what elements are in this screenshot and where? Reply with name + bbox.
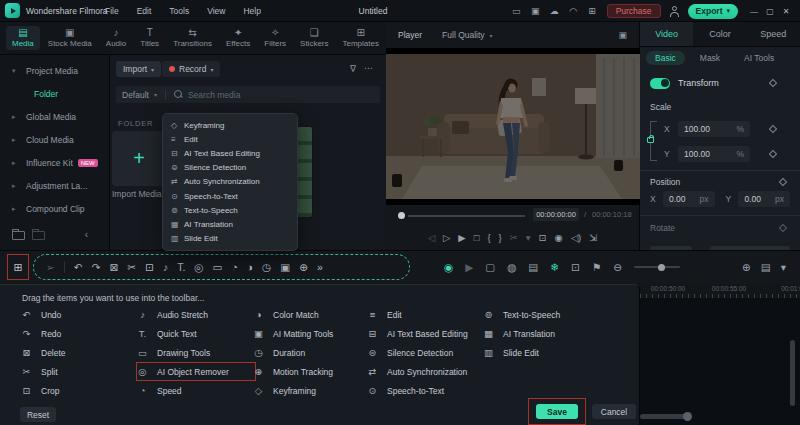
delete-folder-icon[interactable] xyxy=(32,231,45,240)
ai-object-remover-icon[interactable]: ◎ xyxy=(194,261,203,273)
tab-titles[interactable]: T Titles xyxy=(134,26,165,50)
menu-ai-text-based-editing[interactable]: ⊟ AI Text Based Editing xyxy=(163,146,297,160)
menu-item[interactable]: Edit xyxy=(137,6,152,16)
account-icon[interactable] xyxy=(669,6,680,17)
keyframe-diamond-icon[interactable] xyxy=(769,149,777,157)
tab-transitions[interactable]: ⇆ Transitions xyxy=(167,26,218,50)
tab-audio[interactable]: ♪ Audio xyxy=(100,26,132,50)
panel-color-match[interactable]: ◑ Color Match xyxy=(252,305,368,324)
marker-icon[interactable]: ⚑ xyxy=(592,261,601,273)
vertical-scrollbar[interactable] xyxy=(790,340,795,406)
fullscreen-icon[interactable]: ⇲ xyxy=(589,232,597,243)
search-input[interactable] xyxy=(188,90,374,100)
quality-dropdown[interactable]: Full Quality ▾ xyxy=(442,30,493,40)
record-button[interactable]: Record ▾ xyxy=(162,61,220,77)
menu-slide-edit[interactable]: ▥ Slide Edit xyxy=(163,232,297,246)
mark-in-icon[interactable]: { xyxy=(487,232,490,243)
lock-icon[interactable] xyxy=(647,137,654,143)
close-icon[interactable]: ✕ xyxy=(778,7,794,16)
step-play-icon[interactable]: ▷ xyxy=(443,232,450,243)
sidebar-item-global-media[interactable]: ▸ Global Media xyxy=(0,105,109,128)
voiceover-icon[interactable]: ◍ xyxy=(507,261,516,273)
duration-icon[interactable]: ◷ xyxy=(262,261,271,273)
mask-tool-icon[interactable]: ▢ xyxy=(485,261,495,273)
drawing-tools-icon[interactable]: ▭ xyxy=(212,261,222,273)
menu-edit[interactable]: ≡ Edit xyxy=(163,132,297,146)
purchase-button[interactable]: Purchase xyxy=(607,4,661,18)
volume-icon[interactable]: ◁) xyxy=(571,232,581,243)
panel-slide-edit[interactable]: ▥ Slide Edit xyxy=(482,343,598,362)
save-button[interactable]: Save xyxy=(536,404,578,419)
sidebar-item-folder[interactable]: Folder xyxy=(0,82,109,105)
subtab-mask[interactable]: Mask xyxy=(691,51,729,65)
play-icon[interactable]: ▶ xyxy=(458,232,465,243)
timeline-tracks[interactable] xyxy=(640,298,800,425)
preview-settings-icon[interactable]: ▣ xyxy=(618,30,627,40)
panel-redo[interactable]: ↷ Redo xyxy=(20,324,136,343)
split-icon[interactable]: ✂ xyxy=(127,261,136,273)
speed-icon[interactable]: ◔ xyxy=(231,261,237,273)
cancel-button[interactable]: Cancel xyxy=(592,404,636,419)
panel-crop[interactable]: ⊡ Crop xyxy=(20,381,136,400)
screen-record-icon[interactable]: ⊡ xyxy=(571,261,580,273)
transform-toggle[interactable] xyxy=(650,78,670,89)
subtab-ai-tools[interactable]: AI Tools xyxy=(735,51,783,65)
tab-speed[interactable]: Speed xyxy=(747,22,800,46)
seek-bar[interactable]: 00:00:00:00 / 00:00:10:18 xyxy=(386,208,639,224)
scale-x-input[interactable]: 100.00 % xyxy=(678,121,750,137)
collapse-sidebar-icon[interactable]: ‹ xyxy=(85,229,88,240)
sidebar-item-cloud-media[interactable]: ▸ Cloud Media xyxy=(0,128,109,151)
scale-y-input[interactable]: 100.00 % xyxy=(678,146,750,162)
cloud-icon[interactable]: ☁ xyxy=(548,6,561,16)
panel-silence-detection[interactable]: ⊜ Silence Detection xyxy=(366,343,482,362)
zoom-slider-handle[interactable] xyxy=(658,264,665,271)
menu-speech-to-text[interactable]: ⊙ Speech-to-Text xyxy=(163,189,297,203)
previous-frame-icon[interactable]: ◁ xyxy=(428,232,435,243)
keyframe-diamond-icon[interactable] xyxy=(769,124,777,132)
split-caret-icon[interactable]: ▾ xyxy=(526,232,531,243)
panel-text-to-speech[interactable]: ⊚ Text-to-Speech xyxy=(482,305,598,324)
panel-ai-object-remover[interactable]: ◎ AI Object Remover xyxy=(136,362,256,381)
tab-stickers[interactable]: ❏ Stickers xyxy=(294,26,334,50)
panel-undo[interactable]: ↶ Undo xyxy=(20,305,136,324)
panel-duration[interactable]: ◷ Duration xyxy=(252,343,368,362)
maximize-icon[interactable]: ▢ xyxy=(762,7,778,16)
keyframe-diamond-icon[interactable] xyxy=(769,79,777,87)
sidebar-item-adjustment-layer[interactable]: ▸ Adjustment La... xyxy=(0,174,109,197)
sidebar-item-influence-kit[interactable]: ▸ Influence Kit NEW xyxy=(0,151,109,174)
panel-drawing-tools[interactable]: ▭ Drawing Tools xyxy=(136,343,256,362)
keyframe-diamond-icon[interactable] xyxy=(779,224,787,232)
quick-text-icon[interactable]: T. xyxy=(177,261,185,273)
menu-silence-detection[interactable]: ⊜ Silence Detection xyxy=(163,161,297,175)
menu-auto-synchronization[interactable]: ⇄ Auto Synchronization xyxy=(163,175,297,189)
position-y-input[interactable]: 0.00 px xyxy=(738,191,790,207)
panel-motion-tracking[interactable]: ⊕ Motion Tracking xyxy=(252,362,368,381)
timeline-zoom-slider[interactable] xyxy=(634,266,680,268)
panel-speech-to-text[interactable]: ⊙ Speech-to-Text xyxy=(366,381,482,400)
panel-ai-matting-tools[interactable]: ▣ AI Matting Tools xyxy=(252,324,368,343)
menu-item[interactable]: Help xyxy=(243,6,260,16)
redo-icon[interactable]: ↷ xyxy=(92,261,101,273)
snapshot-icon[interactable]: ◉ xyxy=(555,232,563,243)
menu-ai-translation[interactable]: ▦ AI Translation xyxy=(163,217,297,231)
undo-icon[interactable]: ↶ xyxy=(74,261,83,273)
media-clip-thumbnail[interactable] xyxy=(296,126,313,218)
media-library-icon[interactable]: ▣ xyxy=(529,6,542,16)
sidebar-item-compound-clip[interactable]: ▸ Compound Clip xyxy=(0,197,109,220)
minimize-icon[interactable]: — xyxy=(746,7,762,16)
customize-toolbar-button[interactable]: ⊞ xyxy=(7,254,29,280)
position-x-input[interactable]: 0.00 px xyxy=(663,191,715,207)
motion-tracking-icon[interactable]: ⊕ xyxy=(299,261,308,273)
playhead-knob[interactable] xyxy=(398,212,405,219)
panel-delete[interactable]: ⊠ Delete xyxy=(20,343,136,362)
ai-matting-icon[interactable]: ▣ xyxy=(280,261,290,273)
split-preview-icon[interactable]: ✂ xyxy=(510,232,518,243)
track-caret-icon[interactable]: ▾ xyxy=(781,261,786,273)
sidebar-item-project-media[interactable]: ▾ Project Media xyxy=(0,59,109,82)
tab-filters[interactable]: ✧ Filters xyxy=(258,26,292,50)
panel-audio-stretch[interactable]: ♪ Audio Stretch xyxy=(136,305,256,324)
keyframe-diamond-icon[interactable] xyxy=(779,178,787,186)
avatar-icon[interactable]: ◉ xyxy=(444,261,453,273)
zoom-out-icon[interactable]: ⊖ xyxy=(613,261,622,273)
scrollbar-knob[interactable] xyxy=(683,412,692,421)
